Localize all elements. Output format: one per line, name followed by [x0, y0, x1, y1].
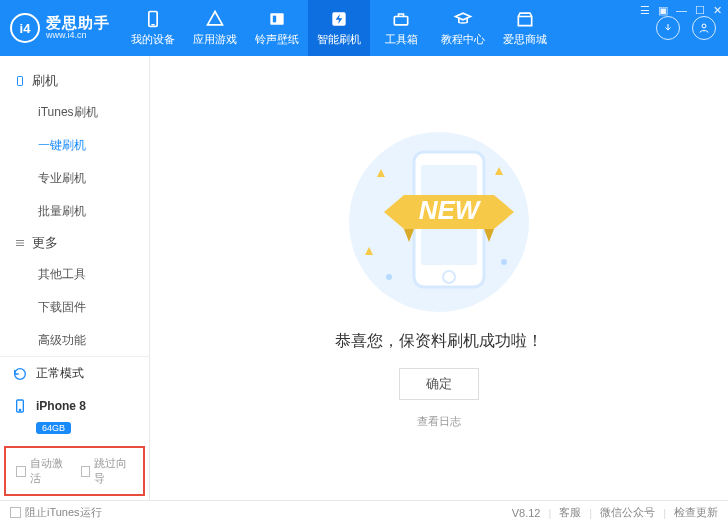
separator: |	[663, 507, 666, 519]
logo-icon: i4	[10, 13, 40, 43]
checkbox-box-icon	[10, 507, 21, 518]
main-content: NEW 恭喜您，保资料刷机成功啦！ 确定 查看日志	[150, 56, 728, 500]
group-title: 刷机	[32, 72, 58, 90]
logo-text: 爱思助手 www.i4.cn	[46, 15, 110, 41]
check-update-link[interactable]: 检查更新	[674, 505, 718, 520]
device-mode[interactable]: 正常模式	[0, 357, 149, 390]
tab-label: 铃声壁纸	[255, 32, 299, 47]
sidebar-item-download-firmware[interactable]: 下载固件	[0, 291, 149, 324]
checkbox-skip-guide[interactable]: 跳过向导	[81, 456, 134, 486]
success-illustration: NEW	[329, 117, 549, 317]
version-label: V8.12	[512, 507, 541, 519]
sidebar-item-advanced[interactable]: 高级功能	[0, 324, 149, 356]
tab-toolbox[interactable]: 工具箱	[370, 0, 432, 56]
wallpaper-icon	[267, 9, 287, 29]
sidebar: 刷机 iTunes刷机 一键刷机 专业刷机 批量刷机 更多 其他工具 下载固件 …	[0, 56, 150, 500]
tab-apps-games[interactable]: 应用游戏	[184, 0, 246, 56]
sidebar-group-flash[interactable]: 刷机	[0, 66, 149, 96]
main-tabs: 我的设备 应用游戏 铃声壁纸 智能刷机 工具箱 教程中心 爱思商城	[122, 0, 556, 56]
svg-rect-7	[18, 77, 23, 86]
svg-point-12	[19, 409, 20, 410]
checkbox-block-itunes[interactable]: 阻止iTunes运行	[10, 505, 102, 520]
apps-icon	[205, 9, 225, 29]
confirm-button[interactable]: 确定	[399, 368, 479, 400]
toolbox-icon	[391, 9, 411, 29]
view-log-link[interactable]: 查看日志	[417, 414, 461, 429]
close-icon[interactable]: ✕	[713, 4, 722, 17]
checkbox-box-icon	[16, 466, 26, 477]
tab-label: 工具箱	[385, 32, 418, 47]
app-subtitle: www.i4.cn	[46, 31, 110, 41]
separator: |	[548, 507, 551, 519]
refresh-icon	[12, 366, 28, 382]
svg-rect-5	[394, 17, 407, 25]
tab-tutorials[interactable]: 教程中心	[432, 0, 494, 56]
tab-label: 应用游戏	[193, 32, 237, 47]
tab-my-device[interactable]: 我的设备	[122, 0, 184, 56]
sidebar-scroll: 刷机 iTunes刷机 一键刷机 专业刷机 批量刷机 更多 其他工具 下载固件 …	[0, 56, 149, 356]
checkbox-box-icon	[81, 466, 91, 477]
sidebar-item-other-tools[interactable]: 其他工具	[0, 258, 149, 291]
support-link[interactable]: 客服	[559, 505, 581, 520]
menu-icon[interactable]: ☰	[640, 4, 650, 17]
tab-label: 教程中心	[441, 32, 485, 47]
banner-text: NEW	[419, 195, 482, 225]
success-message: 恭喜您，保资料刷机成功啦！	[335, 331, 543, 352]
header-right	[656, 16, 728, 40]
phone-tiny-icon	[12, 398, 28, 414]
tab-store[interactable]: 爱思商城	[494, 0, 556, 56]
svg-point-6	[702, 24, 706, 28]
sidebar-item-pro-flash[interactable]: 专业刷机	[0, 162, 149, 195]
tab-ringtone-wallpaper[interactable]: 铃声壁纸	[246, 0, 308, 56]
app-title: 爱思助手	[46, 15, 110, 32]
phone-icon	[143, 9, 163, 29]
separator: |	[589, 507, 592, 519]
group-title: 更多	[32, 234, 58, 252]
graduation-icon	[453, 9, 473, 29]
tab-label: 爱思商城	[503, 32, 547, 47]
svg-rect-3	[273, 16, 276, 23]
post-flash-options: 自动激活 跳过向导	[4, 446, 145, 496]
phone-small-icon	[14, 75, 26, 87]
maximize-icon[interactable]: ☐	[695, 4, 705, 17]
checkbox-label: 阻止iTunes运行	[25, 505, 102, 520]
sidebar-item-onekey-flash[interactable]: 一键刷机	[0, 129, 149, 162]
storage-badge: 64GB	[36, 422, 71, 434]
tab-smart-flash[interactable]: 智能刷机	[308, 0, 370, 56]
tab-label: 智能刷机	[317, 32, 361, 47]
user-icon	[698, 22, 710, 34]
sidebar-bottom: 正常模式 iPhone 8 64GB 自动激活 跳过向导	[0, 356, 149, 500]
status-bar: 阻止iTunes运行 V8.12 | 客服 | 微信公众号 | 检查更新	[0, 500, 728, 524]
svg-point-18	[501, 259, 507, 265]
user-button[interactable]	[692, 16, 716, 40]
checkbox-auto-activate[interactable]: 自动激活	[16, 456, 69, 486]
download-icon	[662, 22, 674, 34]
minimize-icon[interactable]: —	[676, 4, 687, 17]
svg-point-17	[386, 274, 392, 280]
sidebar-item-batch-flash[interactable]: 批量刷机	[0, 195, 149, 228]
app-header: i4 爱思助手 www.i4.cn 我的设备 应用游戏 铃声壁纸 智能刷机 工具…	[0, 0, 728, 56]
window-controls: ☰ ▣ — ☐ ✕	[640, 4, 722, 17]
checkbox-label: 自动激活	[30, 456, 69, 486]
menu-small-icon	[14, 237, 26, 249]
download-button[interactable]	[656, 16, 680, 40]
app-body: 刷机 iTunes刷机 一键刷机 专业刷机 批量刷机 更多 其他工具 下载固件 …	[0, 56, 728, 500]
sidebar-item-itunes-flash[interactable]: iTunes刷机	[0, 96, 149, 129]
store-icon	[515, 9, 535, 29]
skin-icon[interactable]: ▣	[658, 4, 668, 17]
device-name: iPhone 8	[36, 399, 86, 413]
device-info[interactable]: iPhone 8 64GB	[0, 390, 149, 442]
status-right: V8.12 | 客服 | 微信公众号 | 检查更新	[512, 505, 718, 520]
sidebar-group-more[interactable]: 更多	[0, 228, 149, 258]
checkbox-label: 跳过向导	[94, 456, 133, 486]
device-mode-label: 正常模式	[36, 365, 84, 382]
wechat-link[interactable]: 微信公众号	[600, 505, 655, 520]
flash-icon	[329, 9, 349, 29]
logo: i4 爱思助手 www.i4.cn	[0, 13, 122, 43]
svg-rect-2	[270, 13, 283, 25]
tab-label: 我的设备	[131, 32, 175, 47]
